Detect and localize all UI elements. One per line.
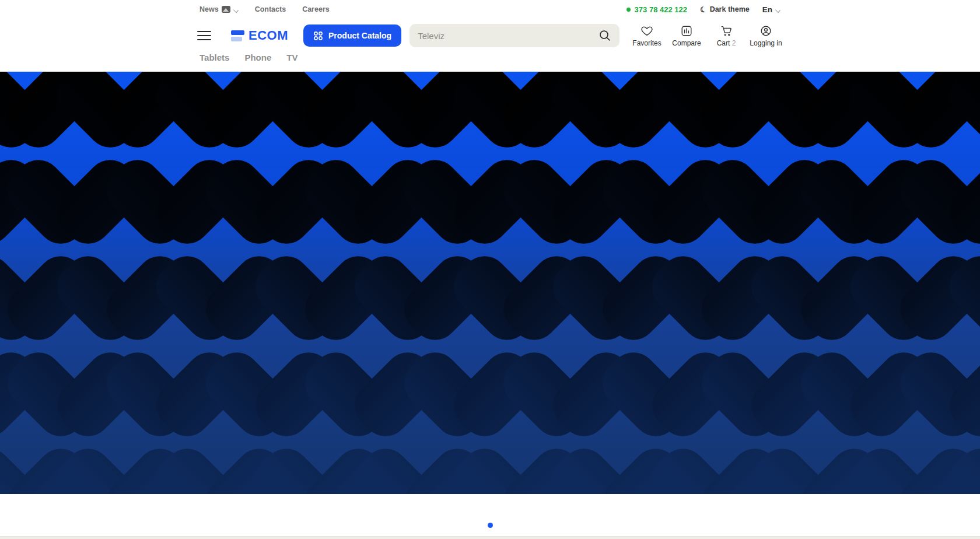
- topbar-link-label: Contacts: [255, 5, 286, 13]
- hero-pattern: [0, 72, 980, 494]
- bar-chart-icon: [680, 24, 693, 37]
- compare-label: Compare: [672, 39, 701, 47]
- topbar-link-contacts[interactable]: Contacts: [255, 5, 286, 13]
- user-icon: [760, 24, 772, 37]
- tab-tv[interactable]: TV: [286, 52, 298, 62]
- logo-text: ECOM: [249, 28, 288, 43]
- login-label: Logging in: [750, 39, 782, 47]
- carousel-dot[interactable]: [488, 523, 493, 528]
- topbar-utilities: 373 78 422 122 ☾ Dark theme En: [626, 5, 780, 14]
- hero-banner[interactable]: [0, 72, 980, 494]
- online-status-dot: [626, 8, 631, 12]
- cart-button[interactable]: Cart 2: [709, 24, 743, 47]
- tab-phone[interactable]: Phone: [244, 52, 271, 62]
- header-actions: Favorites Compare: [630, 24, 783, 47]
- phone-link[interactable]: 373 78 422 122: [626, 5, 687, 14]
- header: ECOM Product Catalog: [0, 19, 980, 72]
- category-nav: Tablets Phone TV: [0, 52, 980, 71]
- logo-mark-icon: [231, 30, 244, 41]
- page: News Contacts Careers 373 78 422 122 ☾: [0, 0, 980, 539]
- brand-logo[interactable]: ECOM: [231, 28, 288, 43]
- product-catalog-button[interactable]: Product Catalog: [303, 24, 401, 47]
- search-button[interactable]: [598, 29, 611, 42]
- search-bar: [410, 24, 620, 47]
- topbar-link-news[interactable]: News: [200, 5, 239, 13]
- topbar: News Contacts Careers 373 78 422 122 ☾: [0, 0, 980, 19]
- cart-badge: 2: [732, 39, 736, 47]
- dark-theme-label: Dark theme: [710, 5, 750, 13]
- phone-number: 373 78 422 122: [635, 5, 687, 14]
- cart-icon: [720, 24, 733, 37]
- news-badge-icon: [222, 6, 230, 13]
- topbar-link-label: News: [200, 5, 219, 13]
- bottom-strip: [0, 536, 980, 539]
- topbar-link-label: Careers: [302, 5, 330, 13]
- chevron-down-icon: [775, 7, 780, 12]
- menu-button[interactable]: [197, 31, 211, 40]
- heart-icon: [640, 24, 653, 37]
- language-label: En: [762, 5, 772, 14]
- search-input[interactable]: [418, 31, 598, 41]
- moon-icon: ☾: [699, 5, 708, 14]
- tab-tablets[interactable]: Tablets: [200, 52, 229, 62]
- search-icon: [598, 29, 611, 42]
- favorites-label: Favorites: [632, 39, 661, 47]
- product-catalog-label: Product Catalog: [328, 31, 391, 40]
- cart-label: Cart 2: [717, 39, 736, 47]
- chevron-down-icon: [233, 7, 239, 12]
- dark-theme-toggle[interactable]: ☾ Dark theme: [700, 5, 750, 13]
- topbar-links: News Contacts Careers: [200, 5, 330, 13]
- login-button[interactable]: Logging in: [749, 24, 783, 47]
- carousel-dots: [0, 494, 980, 536]
- favorites-button[interactable]: Favorites: [630, 24, 664, 47]
- language-selector[interactable]: En: [762, 5, 780, 14]
- grid-icon: [313, 31, 323, 41]
- compare-button[interactable]: Compare: [670, 24, 704, 47]
- topbar-link-careers[interactable]: Careers: [302, 5, 330, 13]
